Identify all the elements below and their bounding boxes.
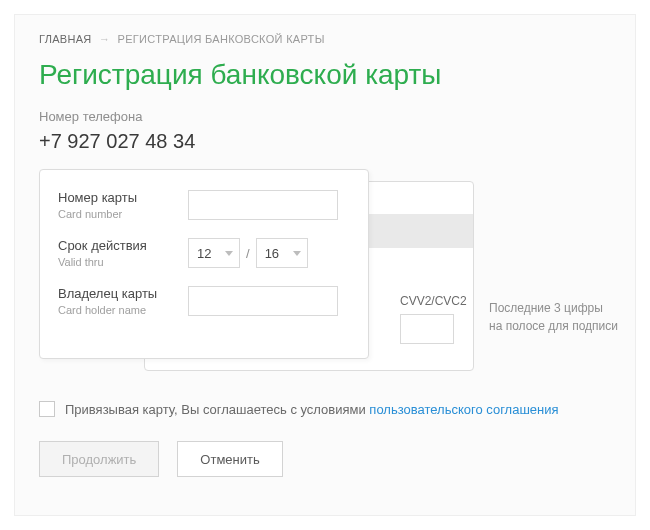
phone-label: Номер телефона [39,109,611,124]
card-number-input[interactable] [188,190,338,220]
holder-sublabel: Card holder name [58,304,188,316]
card-registration-panel: ГЛАВНАЯ → РЕГИСТРАЦИЯ БАНКОВСКОЙ КАРТЫ Р… [14,14,636,516]
chevron-down-icon [293,251,301,256]
phone-block: Номер телефона +7 927 027 48 34 [39,109,611,153]
cvv-input[interactable] [400,314,454,344]
expiry-month-value: 12 [197,246,211,261]
cancel-button[interactable]: Отменить [177,441,282,477]
card-front: Номер карты Card number Срок действия Va… [39,169,369,359]
breadcrumb: ГЛАВНАЯ → РЕГИСТРАЦИЯ БАНКОВСКОЙ КАРТЫ [39,33,611,45]
holder-label: Владелец карты [58,286,188,301]
cards-area: CVV2/CVC2 Последние 3 цифры на полосе дл… [39,169,611,379]
agreement-checkbox[interactable] [39,401,55,417]
breadcrumb-home[interactable]: ГЛАВНАЯ [39,33,92,45]
expiry-label: Срок действия [58,238,188,253]
card-number-sublabel: Card number [58,208,188,220]
breadcrumb-arrow-icon: → [99,33,110,45]
expiry-month-select[interactable]: 12 [188,238,240,268]
expiry-sublabel: Valid thru [58,256,188,268]
agreement-text: Привязывая карту, Вы соглашаетесь с усло… [65,402,559,417]
button-row: Продолжить Отменить [39,441,611,477]
agreement-link[interactable]: пользовательского соглашения [369,402,558,417]
expiry-year-select[interactable]: 16 [256,238,308,268]
card-number-label: Номер карты [58,190,188,205]
holder-name-input[interactable] [188,286,338,316]
cvv-hint: Последние 3 цифры на полосе для подписи [489,299,619,335]
continue-button[interactable]: Продолжить [39,441,159,477]
page-title: Регистрация банковской карты [39,59,611,91]
chevron-down-icon [225,251,233,256]
breadcrumb-current: РЕГИСТРАЦИЯ БАНКОВСКОЙ КАРТЫ [118,33,325,45]
cvv-label: CVV2/CVC2 [400,294,467,308]
expiry-year-value: 16 [265,246,279,261]
phone-value: +7 927 027 48 34 [39,130,611,153]
agreement-row: Привязывая карту, Вы соглашаетесь с усло… [39,401,611,417]
expiry-divider: / [246,246,250,261]
